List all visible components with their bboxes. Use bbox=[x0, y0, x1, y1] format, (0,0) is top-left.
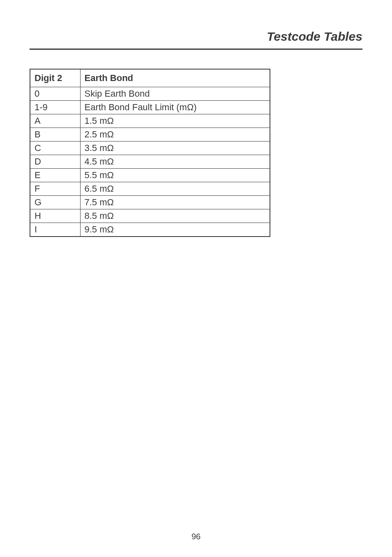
table-cell-value: 8.5 mΩ bbox=[80, 209, 270, 223]
table-row: 1-9 Earth Bond Fault Limit (mΩ) bbox=[30, 101, 270, 114]
table-row: C 3.5 mΩ bbox=[30, 142, 270, 155]
table-row: H 8.5 mΩ bbox=[30, 209, 270, 223]
table-row: G 7.5 mΩ bbox=[30, 196, 270, 209]
testcode-table-wrap: Digit 2 Earth Bond 0 Skip Earth Bond 1-9… bbox=[30, 69, 270, 237]
table-cell-digit: D bbox=[30, 155, 80, 169]
table-cell-value: 3.5 mΩ bbox=[80, 142, 270, 155]
table-cell-digit: 0 bbox=[30, 87, 80, 101]
table-cell-value: 9.5 mΩ bbox=[80, 223, 270, 237]
table-row: 0 Skip Earth Bond bbox=[30, 87, 270, 101]
table-header-row: Digit 2 Earth Bond bbox=[30, 69, 270, 87]
table-cell-digit: A bbox=[30, 114, 80, 128]
table-cell-value: 5.5 mΩ bbox=[80, 169, 270, 182]
table-cell-value: Skip Earth Bond bbox=[80, 87, 270, 101]
table-cell-digit: 1-9 bbox=[30, 101, 80, 114]
table-cell-digit: C bbox=[30, 142, 80, 155]
table-cell-value: 6.5 mΩ bbox=[80, 182, 270, 196]
table-cell-digit: G bbox=[30, 196, 80, 209]
table-header-digit2: Digit 2 bbox=[30, 69, 80, 87]
table-cell-digit: H bbox=[30, 209, 80, 223]
table-cell-value: 4.5 mΩ bbox=[80, 155, 270, 169]
table-row: D 4.5 mΩ bbox=[30, 155, 270, 169]
table-row: F 6.5 mΩ bbox=[30, 182, 270, 196]
table-cell-value: Earth Bond Fault Limit (mΩ) bbox=[80, 101, 270, 114]
table-row: B 2.5 mΩ bbox=[30, 128, 270, 142]
table-row: A 1.5 mΩ bbox=[30, 114, 270, 128]
table-cell-value: 2.5 mΩ bbox=[80, 128, 270, 142]
page-number: 96 bbox=[0, 532, 392, 541]
table-row: E 5.5 mΩ bbox=[30, 169, 270, 182]
testcode-table: Digit 2 Earth Bond 0 Skip Earth Bond 1-9… bbox=[30, 69, 270, 237]
table-cell-value: 7.5 mΩ bbox=[80, 196, 270, 209]
page-header: Testcode Tables bbox=[30, 30, 362, 50]
table-cell-digit: I bbox=[30, 223, 80, 237]
table-header-earth-bond: Earth Bond bbox=[80, 69, 270, 87]
table-row: I 9.5 mΩ bbox=[30, 223, 270, 237]
table-cell-value: 1.5 mΩ bbox=[80, 114, 270, 128]
table-cell-digit: F bbox=[30, 182, 80, 196]
table-cell-digit: B bbox=[30, 128, 80, 142]
table-cell-digit: E bbox=[30, 169, 80, 182]
